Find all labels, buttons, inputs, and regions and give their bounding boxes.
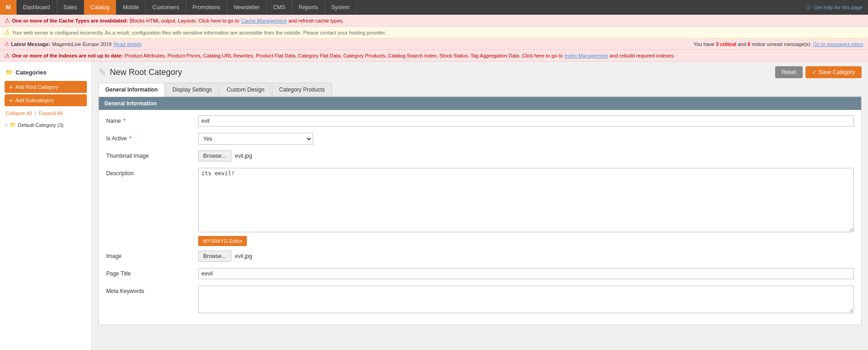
alert-indexes: ⚠ One or more of the Indexes are not up … (0, 50, 868, 62)
categories-icon: 📁 (6, 69, 13, 76)
add-sub-icon: + (9, 97, 13, 104)
main-layout: 📁 Categories + Add Root Category + Add S… (0, 62, 868, 350)
page-title: ✎ New Root Category (98, 67, 182, 78)
latest-message-area: ⚠ Latest Message: MagentoLive Europe 201… (5, 41, 142, 47)
nav-newsletter[interactable]: Newsletter (227, 0, 267, 15)
image-label: Image (106, 251, 198, 259)
image-browse-button[interactable]: Browse... (198, 251, 231, 262)
description-textarea[interactable]: its eevil! (198, 168, 854, 232)
warn-icon-server: ⚠ (5, 29, 10, 36)
general-information-section: General Information Name * Is Activ (98, 97, 862, 325)
add-root-icon: + (9, 83, 13, 91)
page-icon: ✎ (98, 67, 106, 78)
form-tabs: General Information Display Settings Cus… (98, 83, 862, 97)
meta-keywords-row: Meta Keywords (106, 286, 854, 315)
form-body: Name * Is Active * Yes (99, 110, 861, 325)
tab-general-information[interactable]: General Information (98, 83, 165, 97)
alert-icon-cache: ⚠ (5, 17, 10, 24)
page-header: ✎ New Root Category Reset ✓ Save Categor… (98, 66, 862, 78)
add-subcategory-button[interactable]: + Add Subcategory (5, 94, 87, 106)
page-title-control (198, 268, 854, 279)
thumbnail-browse-button[interactable]: Browse... (198, 150, 231, 161)
thumbnail-control: Browse... evil.jpg (198, 150, 854, 161)
tab-display-settings[interactable]: Display Settings (166, 83, 219, 96)
section-header: General Information (99, 97, 861, 110)
read-details-link[interactable]: Read details (114, 41, 142, 47)
help-link[interactable]: ⓘ Get help for this page (806, 4, 862, 11)
nav-mobile[interactable]: Mobile (116, 0, 146, 15)
name-label: Name * (106, 115, 198, 124)
alert-cache: ⚠ One or more of the Cache Types are inv… (0, 15, 868, 27)
alert-icon-latest: ⚠ (5, 41, 9, 47)
meta-keywords-control (198, 286, 854, 315)
nav-system[interactable]: System (325, 0, 357, 15)
thumbnail-filename: evil.jpg (235, 153, 252, 159)
is-active-control: Yes No (198, 133, 854, 145)
folder-icon: 📁 (10, 122, 16, 128)
top-navigation: M Dashboard Sales Catalog Mobile Custome… (0, 0, 868, 15)
is-active-select[interactable]: Yes No (198, 133, 313, 145)
category-tree: ▸ 📁 Default Category (3) (0, 119, 91, 131)
header-buttons: Reset ✓ Save Category (775, 66, 862, 78)
description-row: Description its eevil! WYSIWYG Editor (106, 168, 854, 246)
tab-custom-design[interactable]: Custom Design (220, 83, 271, 96)
tree-expand-icon: ▸ (6, 122, 8, 127)
collapse-all-link[interactable]: Collapse All (6, 110, 32, 116)
meta-keywords-textarea[interactable] (198, 286, 854, 313)
tree-item-default-category[interactable]: ▸ 📁 Default Category (3) (6, 120, 86, 129)
alert-server: ⚠ Your web server is configured incorrec… (0, 27, 868, 39)
save-category-button[interactable]: ✓ Save Category (805, 66, 862, 78)
sidebar: 📁 Categories + Add Root Category + Add S… (0, 62, 92, 350)
meta-keywords-label: Meta Keywords (106, 286, 198, 294)
nav-catalog[interactable]: Catalog (84, 0, 116, 15)
sidebar-categories-title: 📁 Categories (0, 66, 91, 80)
wysiwyg-button[interactable]: WYSIWYG Editor (198, 236, 247, 246)
page-title-label: Page Title (106, 268, 198, 277)
name-input[interactable] (198, 115, 854, 126)
page-title-input[interactable] (198, 268, 854, 279)
image-control: Browse... evil.jpg (198, 251, 854, 262)
svg-text:M: M (6, 4, 11, 11)
message-count-area: You have 3 critical and 6 notice unread … (693, 41, 863, 47)
index-management-link[interactable]: Index Management (565, 53, 608, 58)
sidebar-tree-controls: Collapse All | Expand All (0, 108, 91, 119)
image-row: Image Browse... evil.jpg (106, 251, 854, 264)
thumbnail-label: Thumbnail Image (106, 150, 198, 159)
add-root-category-button[interactable]: + Add Root Category (5, 81, 87, 93)
image-filename: evil.jpg (235, 253, 252, 259)
is-active-label: Is Active * (106, 133, 198, 142)
nav-cms[interactable]: CMS (267, 0, 292, 15)
is-active-row: Is Active * Yes No (106, 133, 854, 146)
name-control (198, 115, 854, 126)
nav-dashboard[interactable]: Dashboard (17, 0, 57, 15)
nav-reports[interactable]: Reports (292, 0, 325, 15)
nav-promotions[interactable]: Promotions (186, 0, 228, 15)
cache-management-link[interactable]: Cache Management (241, 18, 286, 23)
message-bar: ⚠ Latest Message: MagentoLive Europe 201… (0, 39, 868, 50)
nav-sales[interactable]: Sales (57, 0, 84, 15)
description-control: its eevil! WYSIWYG Editor (198, 168, 854, 246)
help-icon: ⓘ (806, 5, 811, 10)
help-link-area: ⓘ Get help for this page (806, 0, 868, 15)
logo: M (0, 0, 17, 15)
description-label: Description (106, 168, 198, 177)
alert-icon-indexes: ⚠ (5, 52, 10, 59)
reset-button[interactable]: Reset (775, 66, 802, 78)
name-row: Name * (106, 115, 854, 128)
save-icon: ✓ (812, 69, 817, 75)
expand-all-link[interactable]: Expand All (39, 110, 63, 116)
nav-customers[interactable]: Customers (146, 0, 186, 15)
messages-inbox-link[interactable]: Go to messages inbox (813, 41, 863, 47)
page-title-row: Page Title (106, 268, 854, 281)
thumbnail-row: Thumbnail Image Browse... evil.jpg (106, 150, 854, 163)
tab-category-products[interactable]: Category Products (272, 83, 331, 96)
content-area: ✎ New Root Category Reset ✓ Save Categor… (92, 62, 868, 350)
